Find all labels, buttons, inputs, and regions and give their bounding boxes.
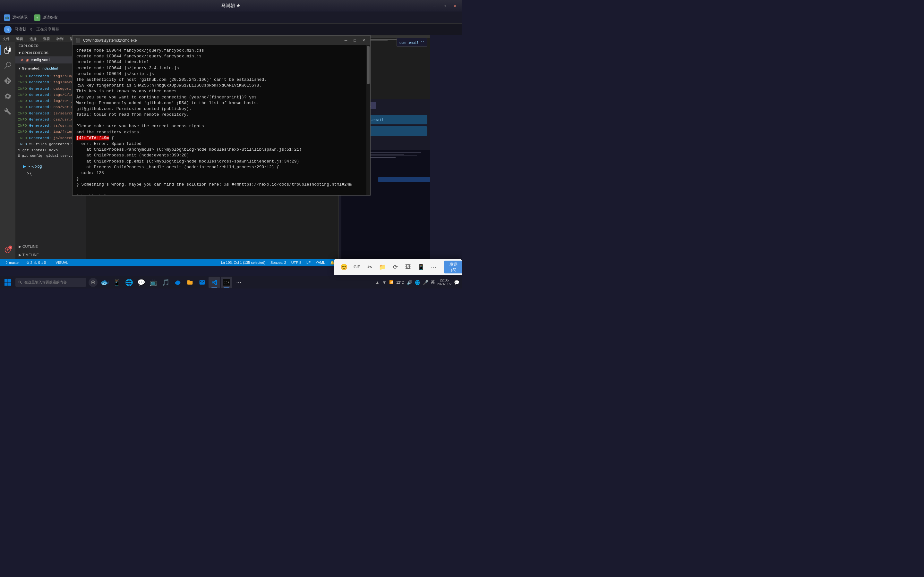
folder-button[interactable]: 📁 <box>377 262 388 272</box>
encoding-label: UTF-8 <box>291 261 301 264</box>
menu-select[interactable]: 选择 <box>29 37 37 41</box>
cmd-close-btn[interactable]: ✕ <box>360 37 367 44</box>
branch-name: master <box>9 261 20 264</box>
taskbar-app-4[interactable]: 📺 <box>148 277 159 288</box>
activity-search-icon[interactable] <box>3 60 13 71</box>
remote-demo-item[interactable]: 📺 远程演示 <box>4 15 27 21</box>
cmd-titlebar: ⬛ C:\Windows\system32\cmd.exe ─ □ ✕ <box>73 35 370 45</box>
line-ending-status[interactable]: LF <box>305 261 312 264</box>
brace-item: > { <box>27 171 31 176</box>
taskbar-apps: 🐟 📱 🌐 💬 📺 🎵 C:\ ⋯ <box>99 277 374 288</box>
spaces-status[interactable]: Spaces: 2 <box>269 261 288 264</box>
timeline-section[interactable]: ▶ TIMELINE <box>15 251 86 259</box>
taskbar-app-terminal[interactable]: C:\ <box>221 277 232 288</box>
activity-remote-icon[interactable]: ! <box>3 245 13 255</box>
chat-header: 😊 GIF ✂ 📁 ⟳ 🖼 📱 ⋯ 发送(S) ▾ <box>334 259 462 275</box>
config-file-icon: ◉ <box>26 58 29 62</box>
line-col-status[interactable]: Ln 103, Col 1 (135 selected) <box>220 261 267 264</box>
scissors-button[interactable]: ✂ <box>365 262 375 272</box>
line-col: Ln 103, Col 1 (135 selected) <box>221 261 265 264</box>
temperature: 12°C <box>396 280 404 284</box>
visual-mode: -- VISUAL -- <box>51 259 73 266</box>
config-filename: config.yaml <box>31 58 50 62</box>
error-icon: ⊘ <box>26 261 29 265</box>
taskbar-search-box[interactable]: 在这里输入你要搜索的内容 <box>15 278 86 287</box>
clock-time: 22:05 <box>440 278 449 282</box>
close-button[interactable]: ✕ <box>451 2 459 10</box>
encoding-status[interactable]: UTF-8 <box>290 261 302 264</box>
branch-status[interactable]: master <box>3 259 21 266</box>
notification-icon[interactable]: 💬 <box>454 280 459 285</box>
activity-git-icon[interactable] <box>3 76 13 86</box>
mobile-button[interactable]: 📱 <box>416 262 426 272</box>
svg-point-1 <box>92 282 94 283</box>
menu-edit[interactable]: 编辑 <box>16 37 23 41</box>
main-area: 文件 编辑 选择 查看 转到 运行 终端 帮助 <box>0 35 462 266</box>
more-button[interactable]: ⋯ <box>429 262 439 272</box>
chat-icons: 😊 GIF ✂ 📁 ⟳ 🖼 📱 ⋯ <box>339 262 439 272</box>
taskbar-app-1[interactable]: 📱 <box>111 277 123 288</box>
cmd-content[interactable]: create mode 100644 fancybox/jquery.fancy… <box>73 45 367 195</box>
file-close-icon[interactable]: ✕ <box>21 58 24 62</box>
status-right: Ln 103, Col 1 (135 selected) Spaces: 2 U… <box>220 261 336 265</box>
blog-folder: ~ ~/blog <box>28 164 42 169</box>
share-button[interactable]: ⟳ <box>390 262 401 272</box>
maximize-button[interactable]: □ <box>441 2 449 10</box>
open-editors-label: OPEN EDITORS <box>22 51 48 55</box>
send-button[interactable]: 发送(S) <box>444 261 462 274</box>
terminal-icon: C:\ <box>223 279 230 286</box>
language-label: YAML <box>316 261 325 264</box>
folder-icon: ▶ <box>23 164 26 169</box>
gif-button[interactable]: GIF <box>352 262 362 272</box>
cmd-minimize-btn[interactable]: ─ <box>342 37 349 44</box>
emoji-button[interactable]: 😊 <box>339 262 349 272</box>
bottom-sections: ▶ OUTLINE ▶ TIMELINE <box>15 242 86 259</box>
language-label[interactable]: 英 <box>431 279 435 285</box>
network-down-icon: ▼ <box>382 280 387 285</box>
cmd-scrollbar[interactable] <box>367 45 370 195</box>
taskbar-app-edge[interactable] <box>172 277 184 288</box>
taskbar-clock[interactable]: 22:05 2021/11/2 <box>437 278 452 286</box>
generated-index: index.html <box>42 67 58 70</box>
taskbar-app-2[interactable]: 🌐 <box>123 277 135 288</box>
taskbar-app-3[interactable]: 💬 <box>136 277 147 288</box>
taskbar-app-finder[interactable]: 🐟 <box>99 277 110 288</box>
taskbar-app-vscode[interactable] <box>208 277 220 288</box>
taskbar-app-more[interactable]: ⋯ <box>233 277 244 288</box>
start-button[interactable] <box>3 277 13 287</box>
outline-section[interactable]: ▶ OUTLINE <box>15 242 86 251</box>
activity-debug-icon[interactable] <box>3 91 13 101</box>
network-icon[interactable]: 🌐 <box>415 280 420 285</box>
sound-icon[interactable]: 🔊 <box>407 280 412 285</box>
taskbar-app-mail[interactable] <box>196 277 208 288</box>
taskbar: 在这里输入你要搜索的内容 🐟 📱 🌐 💬 📺 🎵 C:\ ⋯ ▲ ▼ <box>0 276 462 288</box>
minimize-button[interactable]: ─ <box>431 2 438 10</box>
activity-explorer-icon[interactable] <box>3 45 13 55</box>
cortana-button[interactable] <box>89 278 97 287</box>
cmd-maximize-btn[interactable]: □ <box>352 37 358 44</box>
cmd-title: C:\Windows\system32\cmd.exe <box>83 38 340 43</box>
vscode-container: 文件 编辑 选择 查看 转到 运行 终端 帮助 <box>0 35 338 266</box>
generated-label: Generated: <box>22 66 40 70</box>
scrollbar-thumb[interactable] <box>367 46 370 84</box>
errors-status[interactable]: ⊘ 2 ⚠ 0 ℹ 0 <box>25 259 47 266</box>
image-button[interactable]: 🖼 <box>403 262 413 272</box>
window-controls: ─ □ ✕ <box>431 2 459 10</box>
email-overlay-text: user.email "" <box>399 41 425 45</box>
taskbar-app-5[interactable]: 🎵 <box>160 277 171 288</box>
activity-extensions-icon[interactable] <box>3 106 13 117</box>
info-icon: ℹ <box>41 261 43 265</box>
invite-friend-item[interactable]: ＋ 邀请好友 <box>34 15 58 21</box>
language-status[interactable]: YAML <box>314 261 326 264</box>
mic-taskbar-icon[interactable]: 🎤 <box>423 280 428 285</box>
sharing-status: 正在分享屏幕 <box>36 27 59 32</box>
menu-view[interactable]: 查看 <box>43 37 50 41</box>
send-button-group: 发送(S) ▾ <box>444 261 462 274</box>
menu-file[interactable]: 文件 <box>3 37 10 41</box>
menu-goto[interactable]: 转到 <box>57 37 63 41</box>
notification-badge: ! <box>8 245 12 250</box>
invite-label: 邀请好友 <box>42 15 58 20</box>
search-placeholder: 在这里输入你要搜索的内容 <box>24 280 67 285</box>
user-avatar: 马 <box>4 26 11 33</box>
taskbar-app-files[interactable] <box>184 277 196 288</box>
